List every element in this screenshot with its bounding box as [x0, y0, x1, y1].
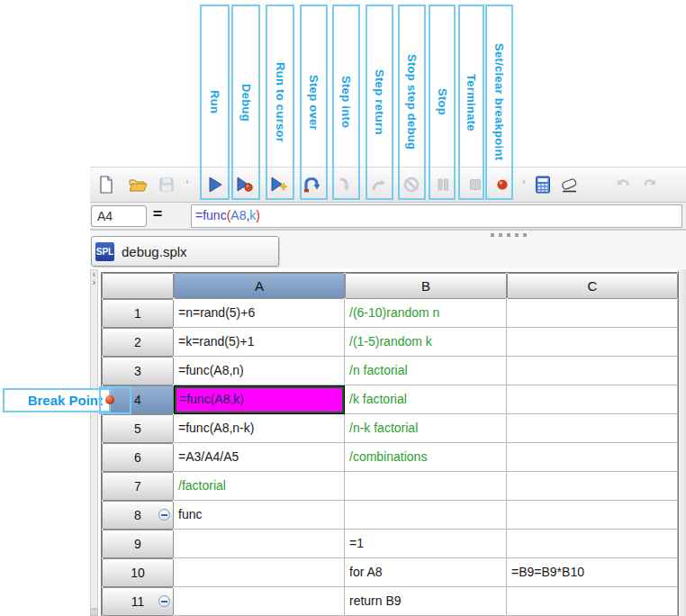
calculator-icon[interactable]: [533, 175, 553, 195]
cell-A9[interactable]: [174, 530, 345, 558]
cell-A5[interactable]: =func(A8,n-k): [174, 414, 345, 443]
annotation-debug: Debug: [231, 5, 260, 200]
grid-row-8: 8 func: [102, 501, 678, 530]
annotation-terminate: Terminate: [458, 5, 484, 200]
row-header-9[interactable]: 9: [102, 530, 174, 558]
row-header-2[interactable]: 2: [102, 328, 174, 357]
row-number: 8: [134, 508, 141, 522]
cell-B9[interactable]: =1: [345, 530, 507, 558]
grid-row-6: 6 =A3/A4/A5 /combinations: [102, 443, 678, 472]
row-header-10[interactable]: 10: [102, 558, 174, 587]
cell-C4[interactable]: [507, 385, 678, 414]
tab-title: debug.splx: [122, 244, 187, 259]
cell-C3[interactable]: [507, 357, 678, 385]
corner-header[interactable]: [102, 273, 174, 299]
row-header-5[interactable]: 5: [102, 414, 174, 443]
equals-symbol: =: [148, 205, 167, 225]
row-header-6[interactable]: 6: [102, 443, 174, 472]
grid-row-5: 5 =func(A8,n-k) /n-k factorial: [102, 414, 678, 443]
cell-C11[interactable]: [507, 587, 678, 616]
annotation-stop: Stop: [429, 5, 456, 200]
cell-A10[interactable]: [174, 558, 345, 587]
cell-C5[interactable]: [507, 414, 678, 443]
cell-C1[interactable]: [507, 299, 678, 328]
scrollbar-corner: [90, 609, 98, 616]
grid-row-7: 7 /factorial: [102, 472, 678, 501]
cell-A2[interactable]: =k=rand(5)+1: [174, 328, 345, 357]
tab-bar: SPL debug.splx: [90, 231, 686, 268]
splitter-handle[interactable]: [491, 233, 527, 237]
cell-B1[interactable]: /(6-10)random n: [345, 299, 507, 328]
annotation-run-to-cursor: Run to cursor: [266, 5, 294, 200]
cell-A11[interactable]: [174, 587, 345, 616]
spreadsheet: A B C 1 =n=rand(5)+6 /(6-10)random n 2 =…: [101, 272, 679, 616]
cell-C9[interactable]: [507, 530, 678, 558]
screenshot-canvas: A4 = =func(A8,k) SPL debug.splx ‹ › A B …: [0, 0, 686, 616]
cell-A6[interactable]: =A3/A4/A5: [174, 443, 345, 472]
row-header-11[interactable]: 11: [102, 587, 174, 616]
formula-token: A8: [230, 208, 246, 222]
vertical-scrollbar[interactable]: [678, 269, 686, 616]
save-icon-disabled[interactable]: [157, 175, 176, 195]
cell-reference-box[interactable]: A4: [91, 205, 147, 227]
annotation-stop-step-debug: Stop step debug: [398, 5, 426, 200]
column-header-C[interactable]: C: [507, 273, 678, 299]
grid-row-3: 3 =func(A8,n) /n factorial: [102, 357, 678, 385]
cell-B6[interactable]: /combinations: [345, 443, 507, 472]
scroll-right-icon[interactable]: ›: [91, 278, 97, 286]
row-header-3[interactable]: 3: [102, 357, 174, 385]
grid-row-4: 4 =func(A8,k) /k factorial: [102, 385, 678, 414]
cell-B4[interactable]: /k factorial: [345, 385, 507, 414]
grid-row-9: 9 =1: [102, 530, 678, 558]
tab-debug-splx[interactable]: SPL debug.splx: [91, 236, 279, 267]
cell-B10[interactable]: for A8: [345, 558, 507, 587]
annotation-step-over: Step over: [300, 5, 328, 200]
spl-logo-icon: SPL: [95, 242, 114, 261]
toolbar-separator: [523, 180, 525, 184]
break-point-highlight-box: [99, 386, 131, 414]
cell-C6[interactable]: [507, 443, 678, 472]
redo-icon-disabled[interactable]: [640, 175, 660, 195]
formula-token: =func: [195, 208, 227, 222]
cell-A4-selected[interactable]: =func(A8,k): [174, 385, 345, 414]
grid-row-10: 10 for A8 =B9=B9*B10: [102, 558, 678, 587]
new-file-icon[interactable]: [96, 175, 116, 195]
toolbar-separator: [186, 180, 188, 184]
cell-C8[interactable]: [507, 501, 678, 530]
annotation-set-clear-breakpoint: Set/clear breakpoint: [485, 5, 513, 200]
formula-bar: A4 = =func(A8,k): [90, 203, 686, 231]
cell-B11[interactable]: return B9: [345, 587, 507, 616]
cell-A3[interactable]: =func(A8,n): [174, 357, 345, 385]
cell-C2[interactable]: [507, 328, 678, 357]
cell-B7[interactable]: [345, 472, 507, 501]
annotation-run: Run: [200, 5, 230, 200]
annotation-step-into: Step into: [332, 5, 360, 200]
undo-icon-disabled[interactable]: [613, 175, 633, 195]
cell-A1[interactable]: =n=rand(5)+6: [174, 299, 345, 328]
grid-row-11: 11 return B9: [102, 587, 678, 616]
cell-B5[interactable]: /n-k factorial: [345, 414, 507, 443]
row-header-7[interactable]: 7: [102, 472, 174, 501]
left-splitter[interactable]: ‹ ›: [90, 269, 98, 609]
row-header-8[interactable]: 8: [102, 501, 174, 530]
row-header-1[interactable]: 1: [102, 299, 174, 328]
collapse-minus-icon[interactable]: [158, 595, 170, 607]
column-header-A[interactable]: A: [174, 273, 345, 299]
formula-token: ): [256, 208, 260, 222]
cell-A7[interactable]: /factorial: [174, 472, 345, 501]
cell-B3[interactable]: /n factorial: [345, 357, 507, 385]
grid-row-2: 2 =k=rand(5)+1 /(1-5)random k: [102, 328, 678, 357]
cell-A8[interactable]: func: [174, 501, 345, 530]
formula-input[interactable]: =func(A8,k): [191, 204, 682, 228]
cell-C7[interactable]: [507, 472, 678, 501]
eraser-clear-icon[interactable]: [559, 175, 579, 195]
annotation-step-return: Step return: [366, 5, 393, 200]
cell-B8[interactable]: [345, 501, 507, 530]
collapse-minus-icon[interactable]: [158, 509, 170, 521]
cell-C10[interactable]: =B9=B9*B10: [507, 558, 678, 587]
break-point-callout-label: Break Point: [3, 388, 111, 412]
column-header-B[interactable]: B: [345, 273, 507, 299]
open-file-icon[interactable]: [128, 175, 148, 195]
breakpoint-dot-icon: [105, 395, 114, 404]
cell-B2[interactable]: /(1-5)random k: [345, 328, 507, 357]
